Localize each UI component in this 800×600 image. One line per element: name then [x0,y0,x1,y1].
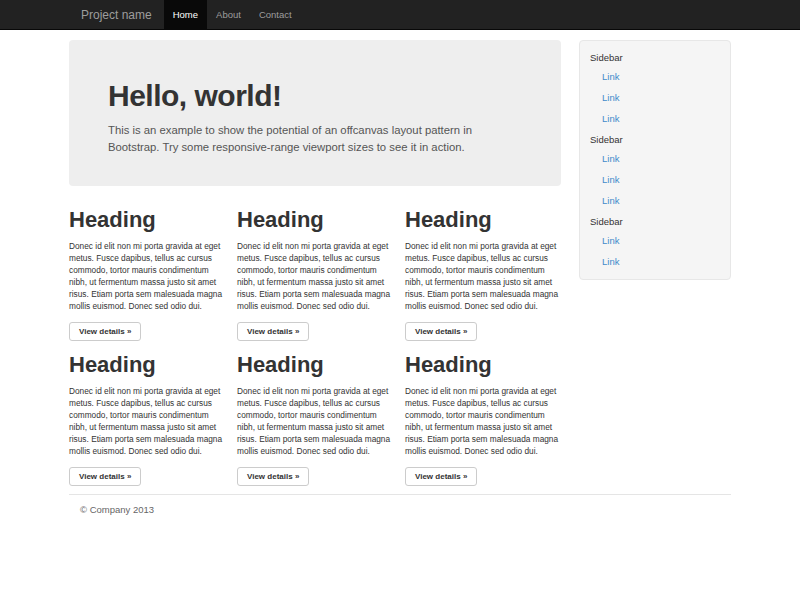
sidebar-link[interactable]: Link [590,87,720,108]
jumbotron: Hello, world! This is an example to show… [69,40,561,186]
card-heading: Heading [69,208,225,231]
sidebar-link[interactable]: Link [590,66,720,87]
nav-link-about[interactable]: About [207,0,250,30]
sidebar-group-title: Sidebar [590,215,720,228]
nav-item-contact: Contact [250,0,301,30]
card-heading: Heading [405,208,561,231]
card-body: Donec id elit non mi porta gravida at eg… [237,385,393,457]
view-details-button[interactable]: View details » [405,322,477,341]
view-details-button[interactable]: View details » [405,467,477,486]
jumbotron-text: This is an example to show the potential… [108,122,522,156]
content-card: Heading Donec id elit non mi porta gravi… [405,196,561,341]
cards-row-2: Heading Donec id elit non mi porta gravi… [69,341,561,486]
card-body: Donec id elit non mi porta gravida at eg… [405,240,561,312]
sidebar-link[interactable]: Link [590,230,720,251]
navbar-menu: Home About Contact [164,0,301,30]
content-card: Heading Donec id elit non mi porta gravi… [69,341,225,486]
navbar-container: Project name Home About Contact [69,0,731,30]
content-card: Heading Donec id elit non mi porta gravi… [69,196,225,341]
sidebar-link[interactable]: Link [590,169,720,190]
page-container: Hello, world! This is an example to show… [69,40,731,515]
sidebar-group-3: Sidebar Link Link [590,215,720,272]
card-heading: Heading [69,353,225,376]
card-body: Donec id elit non mi porta gravida at eg… [69,385,225,457]
sidebar-group-2: Sidebar Link Link Link [590,133,720,211]
copyright-text: © Company 2013 [80,504,731,515]
content-card: Heading Donec id elit non mi porta gravi… [237,196,393,341]
content-card: Heading Donec id elit non mi porta gravi… [405,341,561,486]
sidebar-link[interactable]: Link [590,148,720,169]
content-row: Hello, world! This is an example to show… [69,40,731,486]
card-body: Donec id elit non mi porta gravida at eg… [405,385,561,457]
main-column: Hello, world! This is an example to show… [69,40,561,486]
nav-link-contact[interactable]: Contact [250,0,301,30]
view-details-button[interactable]: View details » [69,322,141,341]
nav-item-about: About [207,0,250,30]
nav-link-home[interactable]: Home [164,0,207,30]
navbar-brand[interactable]: Project name [69,0,164,30]
card-heading: Heading [237,208,393,231]
jumbotron-title: Hello, world! [108,80,522,112]
sidebar-group-title: Sidebar [590,133,720,146]
card-body: Donec id elit non mi porta gravida at eg… [69,240,225,312]
content-card: Heading Donec id elit non mi porta gravi… [237,341,393,486]
sidebar-link[interactable]: Link [590,108,720,129]
cards-row-1: Heading Donec id elit non mi porta gravi… [69,196,561,341]
navbar: Project name Home About Contact [0,0,800,30]
card-body: Donec id elit non mi porta gravida at eg… [237,240,393,312]
card-heading: Heading [405,353,561,376]
sidebar-group-title: Sidebar [590,51,720,64]
sidebar: Sidebar Link Link Link Sidebar Link Link… [579,40,731,280]
sidebar-link[interactable]: Link [590,251,720,272]
view-details-button[interactable]: View details » [237,467,309,486]
view-details-button[interactable]: View details » [69,467,141,486]
card-heading: Heading [237,353,393,376]
sidebar-group-1: Sidebar Link Link Link [590,51,720,129]
nav-item-home: Home [164,0,207,30]
view-details-button[interactable]: View details » [237,322,309,341]
footer: © Company 2013 [69,494,731,515]
sidebar-link[interactable]: Link [590,190,720,211]
